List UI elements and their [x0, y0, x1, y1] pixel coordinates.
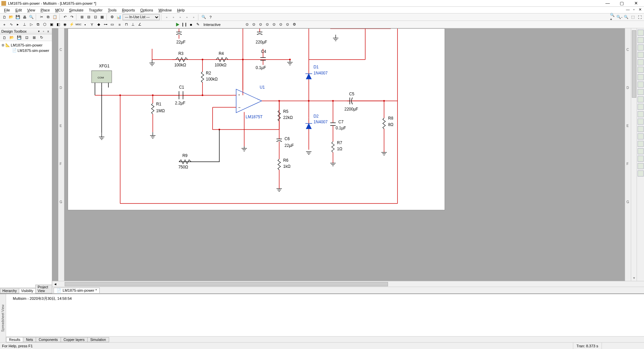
scroll-thumb-v[interactable] — [632, 30, 636, 98]
run-button[interactable] — [174, 22, 181, 28]
menu-view[interactable]: View — [25, 7, 38, 13]
stop-button[interactable]: ■ — [188, 22, 194, 28]
scroll-down-icon[interactable]: ▼ — [631, 275, 637, 281]
zoom-fit-button[interactable]: 🔍 — [623, 14, 629, 20]
redo-button[interactable]: ↷ — [69, 14, 75, 20]
menu-options[interactable]: Options — [138, 7, 156, 13]
tek-scope-button[interactable] — [638, 156, 644, 162]
source-button[interactable]: + — [1, 22, 7, 28]
indicator-button[interactable]: ◉ — [62, 22, 68, 28]
logic-conv-button[interactable] — [638, 96, 644, 102]
labview-button[interactable] — [638, 163, 644, 169]
horizontal-scrollbar[interactable]: ◀ — [52, 281, 644, 287]
agilent-fg-button[interactable] — [638, 133, 644, 139]
menu-place[interactable]: Place — [38, 7, 53, 13]
probe4-button[interactable]: ◦ — [184, 14, 190, 20]
component-browser-button[interactable]: 📊 — [116, 14, 122, 20]
design-tree[interactable]: ⊟ 📐 LM1875-sim-power 📄 LM1875-sim-power — [0, 41, 52, 287]
func-gen-button[interactable] — [638, 37, 644, 43]
sidebar-save-button[interactable]: 💾 — [16, 35, 22, 41]
bode-plotter-button[interactable] — [638, 67, 644, 73]
analysis5-button[interactable]: ⊙ — [271, 22, 277, 28]
misc-digital-button[interactable]: ▣ — [49, 22, 55, 28]
menu-edit[interactable]: Edit — [13, 7, 25, 13]
agilent-mm-button[interactable] — [638, 141, 644, 147]
find-button[interactable]: 🔍 — [201, 14, 207, 20]
multimeter-button[interactable] — [638, 30, 644, 36]
transistor-button[interactable]: ⊥ — [22, 22, 28, 28]
oscilloscope-button[interactable] — [638, 52, 644, 58]
pause-button[interactable]: ❙❙ — [181, 22, 187, 28]
analysis7-button[interactable]: ⊙ — [285, 22, 291, 28]
grid3-button[interactable]: ⊡ — [92, 14, 98, 20]
mdi-minimize-icon[interactable]: — — [625, 7, 631, 13]
zoom-in-button[interactable]: 🔍+ — [610, 14, 616, 20]
tab-project-view[interactable]: Project View — [35, 285, 52, 293]
document-tab[interactable]: 📄 LM1875-sim-power * — [54, 288, 100, 293]
preview-button[interactable]: 🔍 — [28, 14, 34, 20]
network-analyzer-button[interactable] — [638, 126, 644, 132]
sidebar-new-button[interactable]: 🗋 — [1, 35, 7, 41]
vertical-scrollbar[interactable]: ▲ ▼ — [631, 28, 637, 281]
mixed-button[interactable]: ◧ — [55, 22, 61, 28]
ttl-button[interactable]: ⧉ — [35, 22, 41, 28]
schematic-canvas[interactable]: XFG1 COM — [64, 28, 625, 281]
logic-analyzer-button[interactable] — [638, 89, 644, 95]
sidebar-refresh-button[interactable]: ↻ — [38, 35, 44, 41]
interactive-icon[interactable]: ✎ — [195, 22, 201, 28]
bus-button[interactable]: ≡ — [117, 22, 123, 28]
menu-simulate[interactable]: Simulate — [66, 7, 86, 13]
probe5-button[interactable]: ◦ — [191, 14, 197, 20]
settings-button[interactable]: ⚙ — [291, 22, 297, 28]
tab-nets[interactable]: Nets — [23, 337, 36, 342]
hier-button[interactable]: ⊓ — [123, 22, 129, 28]
mdi-close-icon[interactable]: ✕ — [637, 7, 643, 13]
word-gen-button[interactable] — [638, 82, 644, 88]
junction-button[interactable]: ⊥ — [130, 22, 136, 28]
sidebar-pin-icon[interactable]: ▫ — [41, 30, 46, 33]
diode-button[interactable]: ▸ — [15, 22, 21, 28]
place-component-button[interactable]: ⚙ — [109, 14, 115, 20]
probe3-button[interactable]: ◦ — [177, 14, 183, 20]
menu-help[interactable]: Help — [174, 7, 188, 13]
menu-window[interactable]: Window — [156, 7, 174, 13]
tab-copper-layers[interactable]: Copper layers — [61, 337, 88, 342]
4ch-scope-button[interactable] — [638, 59, 644, 65]
sidebar-dropdown-icon[interactable]: ▾ — [36, 30, 41, 33]
tab-components[interactable]: Components — [36, 337, 61, 342]
rf-button[interactable]: ▪ — [82, 22, 88, 28]
ni-button[interactable]: ◆ — [96, 22, 102, 28]
mcu-button[interactable]: ▭ — [109, 22, 115, 28]
tab-results[interactable]: Results — [6, 337, 23, 342]
copy-button[interactable]: ⧉ — [45, 14, 51, 20]
cut-button[interactable]: ✂ — [38, 14, 44, 20]
scroll-thumb-h[interactable] — [65, 282, 388, 286]
grid4-button[interactable]: ▦ — [99, 14, 105, 20]
cmos-button[interactable]: ⬡ — [42, 22, 48, 28]
grid-button[interactable]: ⊞ — [79, 14, 85, 20]
freq-counter-button[interactable] — [638, 74, 644, 80]
misc-button[interactable]: MISC — [75, 22, 82, 28]
analysis4-button[interactable]: ⊙ — [264, 22, 270, 28]
current-probe-button[interactable] — [638, 170, 644, 177]
close-button[interactable]: ✕ — [631, 1, 641, 6]
paste-button[interactable]: 📋 — [52, 14, 58, 20]
help-button[interactable]: ? — [207, 14, 214, 20]
sidebar-open-button[interactable]: 📂 — [9, 35, 15, 41]
save-button[interactable]: 💾 — [15, 14, 21, 20]
grid2-button[interactable]: ⊟ — [86, 14, 92, 20]
wire-button[interactable]: ∠ — [137, 22, 143, 28]
analysis2-button[interactable]: ⊙ — [251, 22, 257, 28]
wattmeter-button[interactable] — [638, 44, 644, 51]
tree-collapse-icon[interactable]: ⊟ — [1, 43, 5, 47]
analysis3-button[interactable]: ⊙ — [258, 22, 264, 28]
probe1-button[interactable]: ◦ — [164, 14, 170, 20]
spreadsheet-handle[interactable]: Spreadsheet View — [0, 294, 6, 342]
tree-child[interactable]: 📄 LM1875-sim-power — [1, 48, 51, 53]
spectrum-button[interactable] — [638, 119, 644, 125]
new-button[interactable]: 🗋 — [1, 14, 7, 20]
menu-mcu[interactable]: MCU — [53, 7, 66, 13]
inuse-list-select[interactable]: --- In-Use List --- — [123, 14, 160, 20]
agilent-scope-button[interactable] — [638, 148, 644, 154]
menu-transfer[interactable]: Transfer — [86, 7, 105, 13]
